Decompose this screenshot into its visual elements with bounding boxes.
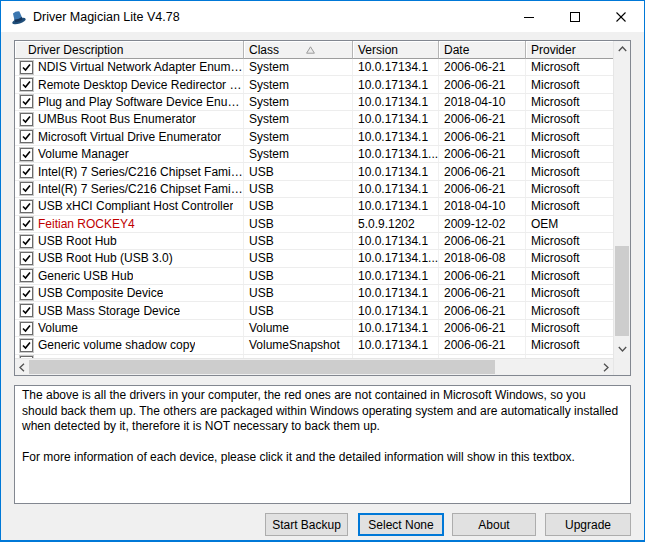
table-row[interactable]: USB Composite DeviceUSB10.0.17134.12006-… <box>15 285 613 302</box>
checkmark-icon <box>22 219 31 228</box>
window-controls <box>506 1 644 32</box>
scroll-right-arrow-icon[interactable] <box>599 359 613 375</box>
vertical-scrollbar-track[interactable] <box>614 41 630 358</box>
cell-class: System <box>244 59 353 75</box>
cell-class: USB <box>244 250 353 266</box>
cell-version: 10.0.17134.1... <box>353 146 439 162</box>
info-paragraph-1: The above is all the drivers in your com… <box>22 388 623 435</box>
checkmark-icon <box>22 341 31 350</box>
horizontal-scrollbar[interactable] <box>15 358 613 375</box>
table-row[interactable]: USB Root HubUSB10.0.17134.12006-06-21Mic… <box>15 233 613 250</box>
table-row[interactable]: Intel(R) 7 Series/C216 Chipset Family US… <box>15 181 613 198</box>
table-row[interactable]: Generic USB HubUSB10.0.17134.12006-06-21… <box>15 268 613 285</box>
row-checkbox[interactable] <box>20 148 33 161</box>
minimize-button[interactable] <box>506 1 552 32</box>
cell-version: 10.0.17134.1 <box>353 59 439 75</box>
cell-description: USB Mass Storage Device <box>15 302 244 318</box>
table-row[interactable]: UMBus Root Bus EnumeratorSystem10.0.1713… <box>15 111 613 128</box>
row-checkbox[interactable] <box>20 130 33 143</box>
column-header-driver-description[interactable]: Driver Description <box>15 41 244 59</box>
cell-date: 2006-06-21 <box>439 76 526 92</box>
cell-provider: Microsoft <box>526 285 613 301</box>
cell-description: Intel(R) 7 Series/C216 Chipset Family US… <box>15 163 244 179</box>
cell-date: 2006-06-21 <box>439 181 526 197</box>
cell-provider: Microsoft <box>526 337 613 353</box>
checkmark-icon <box>22 167 31 176</box>
vertical-scrollbar[interactable] <box>613 41 630 375</box>
title-bar: Driver Magician Lite V4.78 <box>1 1 644 32</box>
cell-version: 10.0.17134.1 <box>353 76 439 92</box>
column-header-class[interactable]: Class <box>244 41 353 59</box>
cell-description: Generic USB Hub <box>15 268 244 284</box>
vertical-scrollbar-thumb[interactable] <box>615 246 629 336</box>
cell-description: USB Root Hub <box>15 233 244 249</box>
horizontal-scrollbar-thumb[interactable] <box>29 360 495 374</box>
cell-version: 10.0.17134.1 <box>353 163 439 179</box>
table-row[interactable]: Plug and Play Software Device Enumerator… <box>15 94 613 111</box>
cell-provider: Microsoft <box>526 111 613 127</box>
cell-provider: Microsoft <box>526 302 613 318</box>
cell-date: 2006-06-21 <box>439 285 526 301</box>
row-checkbox[interactable] <box>20 287 33 300</box>
row-checkbox[interactable] <box>20 322 33 335</box>
row-checkbox[interactable] <box>20 304 33 317</box>
cell-provider: Microsoft <box>526 59 613 75</box>
row-checkbox[interactable] <box>20 61 33 74</box>
checkmark-icon <box>22 254 31 263</box>
cell-version: 10.0.17134.1 <box>353 302 439 318</box>
select-none-button[interactable]: Select None <box>358 513 444 536</box>
cell-class: USB <box>244 216 353 232</box>
row-checkbox[interactable] <box>20 78 33 91</box>
cell-provider: Microsoft <box>526 181 613 197</box>
column-header-date[interactable]: Date <box>439 41 526 59</box>
row-checkbox[interactable] <box>20 95 33 108</box>
info-textbox[interactable]: The above is all the drivers in your com… <box>14 385 631 504</box>
cell-provider: Microsoft <box>526 163 613 179</box>
cell-provider: Microsoft <box>526 250 613 266</box>
table-row[interactable]: Intel(R) 7 Series/C216 Chipset Family US… <box>15 163 613 180</box>
row-checkbox[interactable] <box>20 200 33 213</box>
upgrade-button[interactable]: Upgrade <box>545 513 631 536</box>
scroll-up-arrow-icon[interactable] <box>614 41 630 57</box>
column-header-provider[interactable]: Provider <box>526 41 613 59</box>
cell-class: System <box>244 111 353 127</box>
row-checkbox[interactable] <box>20 269 33 282</box>
cell-date: 2018-04-10 <box>439 94 526 110</box>
table-row[interactable]: Remote Desktop Device Redirector BusSyst… <box>15 76 613 93</box>
row-checkbox[interactable] <box>20 235 33 248</box>
cell-date: 2006-06-21 <box>439 233 526 249</box>
cell-class: VolumeSnapshot <box>244 337 353 353</box>
table-row[interactable]: VolumeVolume10.0.17134.12006-06-21Micros… <box>15 320 613 337</box>
row-checkbox[interactable] <box>20 252 33 265</box>
column-header-version[interactable]: Version <box>353 41 439 59</box>
start-backup-button[interactable]: Start Backup <box>265 513 348 536</box>
table-row[interactable]: Volume ManagerSystem10.0.17134.1...2006-… <box>15 146 613 163</box>
cell-date: 2006-06-21 <box>439 163 526 179</box>
close-button[interactable] <box>598 1 644 32</box>
row-checkbox[interactable] <box>20 339 33 352</box>
maximize-button[interactable] <box>552 1 598 32</box>
checkmark-icon <box>22 132 31 141</box>
table-row[interactable]: Microsoft Virtual Drive EnumeratorSystem… <box>15 129 613 146</box>
checkmark-icon <box>22 150 31 159</box>
table-row[interactable]: Feitian ROCKEY4USB5.0.9.12022009-12-02OE… <box>15 216 613 233</box>
cell-description: Volume <box>15 320 244 336</box>
table-row[interactable]: USB Root Hub (USB 3.0)USB10.0.17134.1...… <box>15 250 613 267</box>
minimize-icon <box>524 12 534 22</box>
row-checkbox[interactable] <box>20 217 33 230</box>
table-row[interactable]: USB xHCI Compliant Host ControllerUSB10.… <box>15 198 613 215</box>
scroll-down-arrow-icon[interactable] <box>614 341 630 357</box>
table-row[interactable]: NDIS Virtual Network Adapter EnumeratorS… <box>15 59 613 76</box>
row-checkbox[interactable] <box>20 182 33 195</box>
scroll-left-arrow-icon[interactable] <box>15 359 29 375</box>
table-row[interactable]: Generic volume shadow copyVolumeSnapshot… <box>15 337 613 354</box>
row-checkbox[interactable] <box>20 113 33 126</box>
table-row[interactable]: USB Mass Storage DeviceUSB10.0.17134.120… <box>15 302 613 319</box>
row-checkbox[interactable] <box>20 165 33 178</box>
scrollbar-corner <box>614 358 630 375</box>
about-button[interactable]: About <box>452 513 536 536</box>
cell-date: 2006-06-21 <box>439 337 526 353</box>
driver-list-main: Driver DescriptionClassVersionDateProvid… <box>15 41 613 375</box>
cell-description: Plug and Play Software Device Enumerator <box>15 94 244 110</box>
checkmark-icon <box>22 324 31 333</box>
